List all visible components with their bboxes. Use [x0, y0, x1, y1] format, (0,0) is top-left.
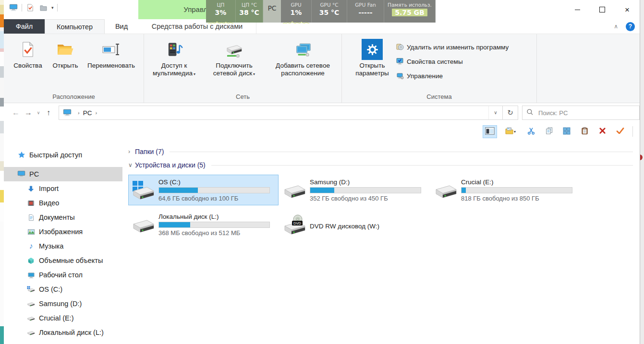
properties-button[interactable]: Свойства	[9, 38, 47, 71]
address-dropdown-caret[interactable]: ∨	[488, 106, 502, 119]
chevron-down-icon[interactable]: ∨	[128, 162, 135, 168]
system-properties-button[interactable]: Свойства системы	[396, 54, 509, 69]
sidebar-item-label: Samsung (D:)	[39, 300, 82, 308]
divider	[632, 126, 633, 137]
manage-button[interactable]: Управление	[396, 69, 509, 83]
properties-qat-button[interactable]	[25, 3, 35, 12]
minimize-icon	[575, 10, 580, 10]
tab-computer[interactable]: Компьютер	[45, 19, 105, 34]
rename-button[interactable]: Переименовать	[84, 38, 138, 71]
tab-file[interactable]: Файл	[4, 19, 45, 34]
back-icon[interactable]: ←	[10, 107, 22, 119]
search-input[interactable]	[537, 109, 635, 117]
cut-button[interactable]	[524, 125, 538, 138]
free-space-text: 352 ГБ свободно из 450 ГБ	[310, 195, 425, 202]
background-fragment	[0, 14, 4, 27]
collapse-ribbon-icon[interactable]: ∧	[614, 23, 618, 30]
drive-tile[interactable]: OS (C:)64,6 ГБ свободно из 100 ГБ	[128, 175, 279, 205]
sidebar-item[interactable]: PC	[4, 167, 122, 181]
cube-icon	[27, 257, 35, 264]
sidebar-item[interactable]: Локальный диск (L:)	[4, 325, 122, 340]
devices-group-label: Устройства и диски (5)	[135, 161, 206, 169]
drive-tile[interactable]: Samsung (D:)352 ГБ свободно из 450 ГБ	[279, 175, 430, 205]
drive-small-icon	[27, 301, 35, 307]
sidebar-item[interactable]: Рабочий стол	[4, 268, 122, 282]
uninstall-disc-icon	[396, 43, 404, 51]
qat-customize-caret[interactable]: ▾	[51, 5, 54, 10]
drive-tile[interactable]: Локальный диск (L:)368 МБ свободно из 51…	[128, 209, 279, 240]
add-network-location-button[interactable]: Добавить сетевое расположение	[266, 38, 340, 79]
add-network-location-label: Добавить сетевое расположение	[269, 62, 337, 77]
minimize-button[interactable]	[565, 0, 590, 19]
sidebar-item[interactable]: OS (C:)	[4, 282, 122, 297]
new-folder-qat-button[interactable]	[38, 3, 48, 12]
background-fragment	[0, 31, 4, 48]
sidebar-item[interactable]: Документы	[4, 210, 122, 225]
open-button[interactable]: Открыть	[47, 38, 84, 71]
drive-tile[interactable]: Crucial (E:)818 ГБ свободно из 850 ГБ	[431, 175, 581, 205]
breadcrumb-root[interactable]: PC	[83, 109, 92, 117]
sidebar-item[interactable]: ♪Музыка	[4, 239, 122, 253]
address-bar[interactable]: › PC › ∨	[59, 106, 503, 120]
sidebar-item-label: Изображения	[39, 228, 83, 236]
background-fragment	[0, 161, 4, 171]
sidebar-item[interactable]: Видео	[4, 196, 122, 210]
sparkline-graph	[208, 18, 233, 22]
drive-tile[interactable]: DVDDVD RW дисковод (W:)	[279, 209, 430, 240]
background-fragment	[0, 52, 4, 66]
drive-icon	[129, 215, 158, 234]
divider	[170, 152, 633, 152]
ribbon-group-location: Свойства Открыть Переименовать Расположе…	[4, 34, 144, 103]
sidebar-item[interactable]: Объемные объекты	[4, 253, 122, 268]
uninstall-program-button[interactable]: Удалить или изменить программу	[396, 40, 509, 54]
monitor-cell: GPU Fan-----	[347, 0, 384, 23]
maximize-icon	[599, 7, 605, 12]
sidebar-item[interactable]: Samsung (D:)	[4, 297, 122, 311]
video-icon	[27, 200, 35, 207]
background-window-left-sliver	[0, 0, 4, 344]
delete-button[interactable]	[595, 125, 609, 138]
maximize-button[interactable]	[590, 0, 615, 19]
monitor-block-cpu: ЦП3%ЦП °C38 °C	[206, 0, 263, 23]
new-folder-button[interactable]: ▾	[500, 125, 521, 138]
sidebar-item[interactable]: Изображения	[4, 225, 122, 239]
media-access-button[interactable]: Доступ к мультимедиа▾	[146, 38, 203, 79]
help-icon[interactable]: ?	[626, 22, 635, 31]
group-label-system: Система	[342, 93, 536, 100]
up-icon[interactable]: ↑	[42, 107, 55, 119]
monitor-cell-label: GPU	[291, 2, 301, 8]
folders-group-header[interactable]: › Папки (7)	[128, 145, 633, 158]
drive-tile-body: Локальный диск (L:)368 МБ свободно из 51…	[158, 213, 278, 237]
sidebar-item-label: OS (C:)	[39, 285, 62, 293]
map-network-drive-button[interactable]: Подключить сетевой диск▾	[203, 38, 266, 79]
navigation-pane-button[interactable]	[483, 125, 497, 138]
divider	[22, 4, 22, 12]
this-pc-icon[interactable]	[9, 3, 18, 12]
document-icon	[27, 214, 35, 221]
dropdown-caret-icon: ▾	[253, 72, 255, 76]
copy-button[interactable]	[542, 125, 556, 138]
refresh-button[interactable]: ↻	[503, 106, 518, 120]
dvd-icon: DVD	[280, 214, 310, 235]
confirm-button[interactable]	[613, 125, 627, 138]
tab-view[interactable]: Вид	[105, 19, 138, 34]
sidebar-item[interactable]: Crucial (E:)	[4, 311, 122, 325]
open-settings-button[interactable]: Открыть параметры	[346, 38, 399, 78]
paste-button[interactable]	[577, 125, 592, 138]
sidebar-item[interactable]: Import	[4, 181, 122, 196]
close-button[interactable]: ×	[615, 0, 640, 19]
sidebar-item-label: Быстрый доступ	[29, 151, 82, 159]
dropdown-caret-icon: ▾	[514, 130, 516, 134]
monitor-cell: Память использ.5.75 GB	[384, 0, 436, 23]
screen: ▾ Управление × Файл Компьютер Вид Средст…	[0, 0, 644, 344]
sidebar-item-label: Объемные объекты	[39, 257, 103, 264]
sidebar-item[interactable]: Быстрый доступ	[4, 148, 122, 162]
recent-locations-caret[interactable]: ∨	[35, 107, 42, 119]
chevron-right-icon[interactable]: ›	[128, 148, 135, 155]
forward-icon[interactable]: →	[22, 107, 35, 119]
ribbon-group-system: Открыть параметры Удалить или изменить п…	[342, 34, 537, 103]
devices-group-header[interactable]: ∨ Устройства и диски (5)	[128, 158, 633, 172]
monitor-cell-value: 38 °C	[239, 9, 259, 16]
sidebar-item-label: Локальный диск (L:)	[39, 329, 104, 336]
tiles-view-button[interactable]	[559, 125, 574, 138]
